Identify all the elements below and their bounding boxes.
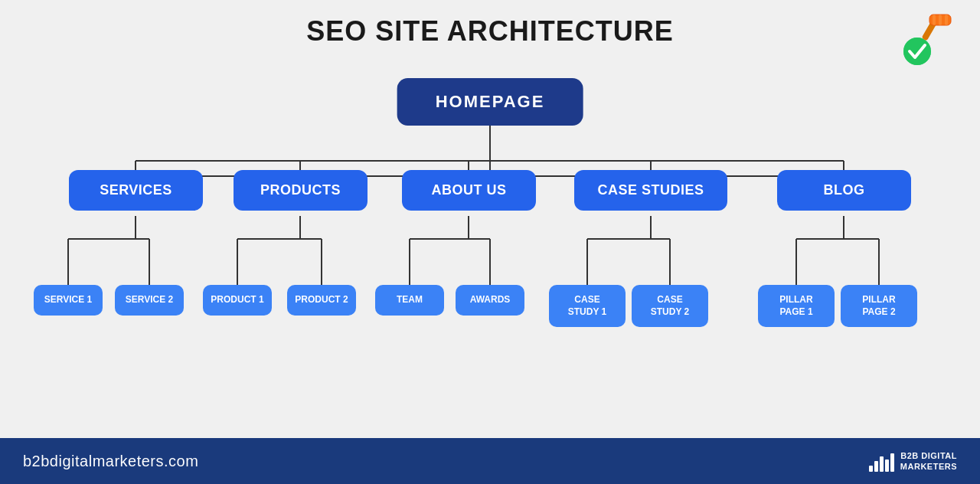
- footer-brand: B2B DIGITALMARKETERS: [900, 450, 957, 473]
- casestudies-node: CASE STUDIES: [574, 170, 727, 211]
- service1-node: SERVICE 1: [34, 285, 103, 316]
- diagram-wrapper: HOMEPAGE SERVICES PRODUCTS ABOUT US CASE…: [23, 63, 957, 392]
- service2-node: SERVICE 2: [115, 285, 184, 316]
- casestudy1-node: CASESTUDY 1: [549, 285, 626, 327]
- svg-rect-7: [945, 15, 948, 25]
- aboutus-node: ABOUT US: [402, 170, 536, 211]
- pillar2-node: PILLARPAGE 2: [841, 285, 917, 327]
- svg-rect-5: [933, 15, 936, 25]
- footer-logo: B2B DIGITALMARKETERS: [869, 450, 957, 473]
- casestudy2-node: CASESTUDY 2: [632, 285, 708, 327]
- product2-node: PRODUCT 2: [287, 285, 356, 316]
- awards-node: AWARDS: [456, 285, 524, 316]
- product1-node: PRODUCT 1: [203, 285, 272, 316]
- team-node: TEAM: [375, 285, 444, 316]
- services-node: SERVICES: [69, 170, 203, 211]
- bar-chart-icon: [869, 450, 894, 472]
- blog-node: BLOG: [777, 170, 911, 211]
- products-node: PRODUCTS: [234, 170, 368, 211]
- svg-rect-6: [939, 15, 942, 25]
- footer-url: b2bdigitalmarketers.com: [23, 453, 198, 470]
- main-area: SEO SITE ARCHITECTURE: [0, 0, 980, 438]
- footer: b2bdigitalmarketers.com B2B DIGITALMARKE…: [0, 438, 980, 484]
- page-title: SEO SITE ARCHITECTURE: [23, 15, 957, 47]
- svg-point-1: [903, 38, 931, 65]
- homepage-node: HOMEPAGE: [397, 78, 583, 126]
- pillar1-node: PILLARPAGE 1: [758, 285, 835, 327]
